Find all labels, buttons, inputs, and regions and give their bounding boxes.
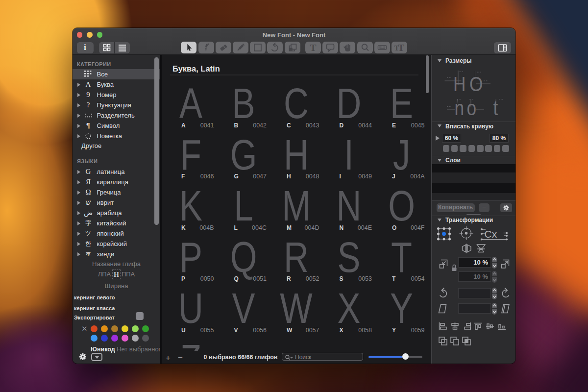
svg-text:Буква, Latin: Буква, Latin — [172, 64, 220, 73]
svg-text:T: T — [391, 233, 412, 281]
svg-text:0056: 0056 — [253, 327, 267, 334]
svg-text:S: S — [338, 233, 361, 281]
svg-text:0059: 0059 — [411, 327, 425, 334]
svg-text:F: F — [180, 130, 201, 178]
svg-text:M: M — [287, 224, 292, 231]
svg-text:A: A — [179, 79, 202, 127]
svg-text:P: P — [181, 275, 185, 282]
svg-text:F: F — [181, 173, 185, 180]
svg-text:0053: 0053 — [358, 275, 372, 282]
svg-text:R: R — [284, 233, 309, 281]
svg-text:0050: 0050 — [200, 275, 214, 282]
svg-text:0045: 0045 — [411, 122, 425, 129]
svg-text:A: A — [181, 122, 186, 129]
svg-text:E: E — [392, 122, 396, 129]
svg-text:H: H — [287, 173, 291, 180]
svg-text:Cx: Cx — [484, 228, 497, 240]
svg-text:V: V — [234, 327, 238, 334]
svg-text:D: D — [337, 79, 362, 127]
svg-text:H: H — [284, 130, 309, 178]
svg-text:0041: 0041 — [200, 122, 214, 129]
svg-text:0051: 0051 — [253, 275, 267, 282]
svg-text:0052: 0052 — [306, 275, 319, 282]
svg-text:O: O — [392, 224, 396, 231]
svg-text:Q: Q — [234, 275, 239, 282]
svg-text:P: P — [179, 233, 202, 281]
svg-text:Y: Y — [390, 284, 413, 332]
svg-text:Q: Q — [230, 233, 257, 281]
svg-text:S: S — [340, 275, 343, 282]
svg-text:I: I — [340, 173, 341, 180]
svg-text:T: T — [392, 275, 396, 282]
svg-text:N: N — [340, 224, 344, 231]
svg-text:0055: 0055 — [200, 327, 214, 334]
svg-text:J: J — [393, 130, 410, 178]
svg-text:U: U — [178, 284, 203, 332]
svg-text:O: O — [388, 182, 415, 230]
svg-text:0054: 0054 — [411, 275, 425, 282]
svg-text:0042: 0042 — [253, 122, 267, 129]
svg-text:G: G — [230, 130, 257, 178]
svg-text:T: T — [398, 43, 404, 53]
svg-text:L: L — [234, 182, 253, 230]
svg-text:E: E — [390, 79, 413, 127]
svg-text:K: K — [179, 182, 202, 230]
svg-text:G: G — [234, 173, 239, 180]
svg-text:M: M — [282, 182, 311, 230]
svg-text:N: N — [337, 182, 362, 230]
svg-text:X: X — [338, 284, 361, 332]
svg-text:004B: 004B — [199, 224, 214, 231]
svg-text:L: L — [234, 224, 238, 231]
svg-text:B: B — [234, 122, 239, 129]
svg-text:0057: 0057 — [306, 327, 319, 334]
svg-text:0047: 0047 — [253, 173, 267, 180]
svg-text:V: V — [232, 284, 255, 332]
svg-text:0044: 0044 — [358, 122, 372, 129]
svg-text:D: D — [340, 122, 344, 129]
svg-text:X: X — [340, 327, 343, 334]
svg-text:Y: Y — [392, 327, 396, 334]
svg-text:004F: 004F — [411, 224, 425, 231]
svg-text:0043: 0043 — [306, 122, 319, 129]
svg-text:I: I — [344, 130, 354, 178]
svg-text:R: R — [287, 275, 291, 282]
svg-text:0048: 0048 — [306, 173, 319, 180]
svg-text:W: W — [287, 327, 293, 334]
svg-text:J: J — [392, 173, 395, 180]
svg-text:004D: 004D — [305, 224, 319, 231]
svg-text:U: U — [181, 327, 186, 334]
svg-text:004C: 004C — [252, 224, 267, 231]
svg-text:C: C — [287, 122, 291, 129]
svg-text:0046: 0046 — [200, 173, 214, 180]
svg-text:004A: 004A — [410, 173, 425, 180]
svg-text:B: B — [232, 79, 255, 127]
svg-text:004E: 004E — [358, 224, 372, 231]
svg-text:0049: 0049 — [358, 173, 372, 180]
svg-text:T: T — [310, 43, 317, 53]
svg-text:W: W — [280, 284, 312, 332]
svg-text:0058: 0058 — [358, 327, 372, 334]
svg-text:C: C — [284, 79, 309, 127]
svg-text:K: K — [181, 224, 186, 231]
